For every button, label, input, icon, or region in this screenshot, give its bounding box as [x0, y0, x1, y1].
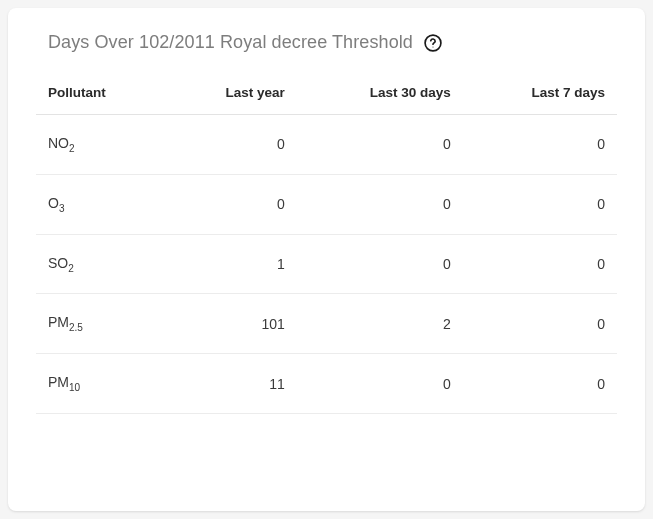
cell-last-7-days: 0: [463, 234, 617, 294]
table-row: SO2100: [36, 234, 617, 294]
cell-last-year: 0: [165, 115, 297, 175]
table-row: O3000: [36, 174, 617, 234]
cell-last-30-days: 0: [297, 174, 463, 234]
pollutant-sub: 3: [59, 203, 65, 214]
cell-last-30-days: 2: [297, 294, 463, 354]
cell-last-7-days: 0: [463, 115, 617, 175]
pollutant-sub: 2: [68, 262, 74, 273]
table-header-row: Pollutant Last year Last 30 days Last 7 …: [36, 73, 617, 115]
col-last-7-days: Last 7 days: [463, 73, 617, 115]
table-body: NO2000O3000SO2100PM2.510120PM101100: [36, 115, 617, 414]
pollutant-sub: 2.5: [69, 322, 83, 333]
pollutant-label: NO: [48, 135, 69, 151]
pollutant-sub: 2: [69, 143, 75, 154]
cell-pollutant: SO2: [36, 234, 165, 294]
pollutant-label: PM: [48, 374, 69, 390]
table-row: PM2.510120: [36, 294, 617, 354]
cell-last-30-days: 0: [297, 115, 463, 175]
pollutant-sub: 10: [69, 382, 80, 393]
col-pollutant: Pollutant: [36, 73, 165, 115]
cell-last-year: 0: [165, 174, 297, 234]
col-last-30-days: Last 30 days: [297, 73, 463, 115]
cell-last-30-days: 0: [297, 354, 463, 414]
cell-last-year: 11: [165, 354, 297, 414]
cell-last-7-days: 0: [463, 354, 617, 414]
cell-last-year: 101: [165, 294, 297, 354]
pollutant-label: SO: [48, 255, 68, 271]
cell-last-30-days: 0: [297, 234, 463, 294]
cell-pollutant: PM10: [36, 354, 165, 414]
pollutant-label: O: [48, 195, 59, 211]
cell-pollutant: O3: [36, 174, 165, 234]
cell-pollutant: PM2.5: [36, 294, 165, 354]
table-row: PM101100: [36, 354, 617, 414]
cell-last-7-days: 0: [463, 174, 617, 234]
table-row: NO2000: [36, 115, 617, 175]
card-header: Days Over 102/2011 Royal decree Threshol…: [36, 32, 617, 53]
threshold-card: Days Over 102/2011 Royal decree Threshol…: [8, 8, 645, 511]
help-icon[interactable]: [423, 33, 443, 53]
col-last-year: Last year: [165, 73, 297, 115]
cell-pollutant: NO2: [36, 115, 165, 175]
threshold-table: Pollutant Last year Last 30 days Last 7 …: [36, 73, 617, 414]
card-title: Days Over 102/2011 Royal decree Threshol…: [48, 32, 413, 53]
cell-last-year: 1: [165, 234, 297, 294]
pollutant-label: PM: [48, 314, 69, 330]
svg-point-1: [432, 46, 433, 47]
cell-last-7-days: 0: [463, 294, 617, 354]
